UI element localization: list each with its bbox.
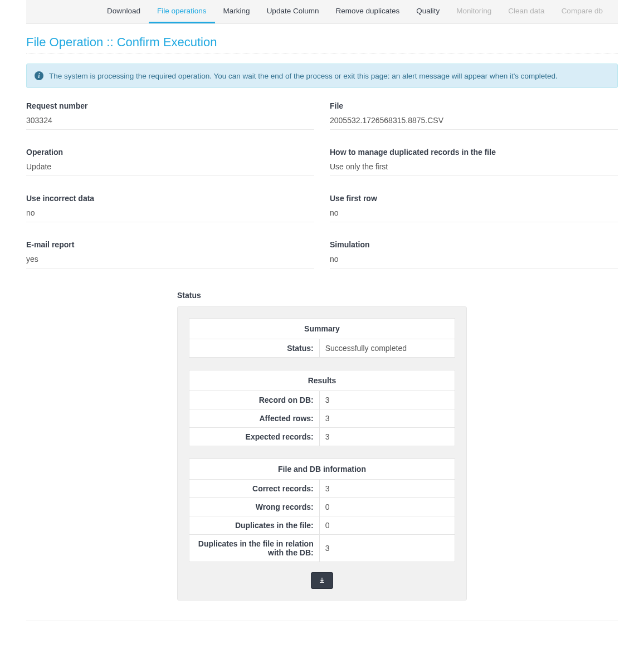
field-label: Simulation [330, 240, 618, 249]
tab-clean-data: Clean data [500, 0, 553, 23]
tab-monitoring: Monitoring [448, 0, 500, 23]
field-request-number: Request number 303324 [26, 101, 314, 130]
tab-marking[interactable]: Marking [215, 0, 258, 23]
tab-file-operations[interactable]: File operations [149, 0, 215, 23]
affected-rows-label: Affected rows: [189, 409, 320, 428]
status-panel: Summary Status: Successfully completed R… [177, 306, 467, 601]
field-use-incorrect-data: Use incorrect data no [26, 194, 314, 222]
summary-title: Summary [189, 319, 455, 339]
status-heading: Status [177, 291, 467, 300]
field-label: Use incorrect data [26, 194, 314, 203]
field-simulation: Simulation no [330, 240, 618, 269]
field-label: Use first row [330, 194, 618, 203]
field-value: no [330, 208, 618, 222]
field-value: Use only the first [330, 162, 618, 176]
field-label: E-mail report [26, 240, 314, 249]
wrong-records-label: Wrong records: [189, 498, 320, 516]
footer-separator [26, 621, 618, 621]
affected-rows-value: 3 [319, 409, 455, 428]
field-email-report: E-mail report yes [26, 240, 314, 269]
alert-message: The system is processing the required op… [49, 72, 558, 80]
correct-records-value: 3 [319, 480, 455, 498]
record-on-db-value: 3 [319, 391, 455, 409]
field-value: no [26, 208, 314, 222]
page-title: File Operation :: Confirm Execution [26, 35, 618, 53]
summary-status-value: Successfully completed [319, 339, 455, 358]
results-title: Results [189, 370, 455, 391]
field-label: File [330, 101, 618, 110]
tab-download[interactable]: Download [99, 0, 149, 23]
correct-records-label: Correct records: [189, 480, 320, 498]
duplicates-in-file-label: Duplicates in the file: [189, 516, 320, 535]
field-label: How to manage duplicated records in the … [330, 148, 618, 157]
field-value: 303324 [26, 116, 314, 130]
download-button[interactable] [311, 572, 333, 589]
alert-processing: i The system is processing the required … [26, 64, 618, 88]
field-value: Update [26, 162, 314, 176]
record-on-db-label: Record on DB: [189, 391, 320, 409]
duplicates-file-vs-db-value: 3 [319, 535, 455, 562]
tab-update-column[interactable]: Update Column [258, 0, 328, 23]
file-db-table: File and DB information Correct records:… [189, 458, 455, 562]
field-label: Request number [26, 101, 314, 110]
field-file: File 2005532.1726568315.8875.CSV [330, 101, 618, 130]
expected-records-label: Expected records: [189, 428, 320, 446]
download-icon [318, 577, 326, 584]
field-label: Operation [26, 148, 314, 157]
field-value: no [330, 255, 618, 269]
summary-table: Summary Status: Successfully completed [189, 318, 455, 358]
wrong-records-value: 0 [319, 498, 455, 516]
tab-compare-db: Compare db [553, 0, 611, 23]
expected-records-value: 3 [319, 428, 455, 446]
summary-status-label: Status: [189, 339, 320, 358]
field-operation: Operation Update [26, 148, 314, 176]
tab-remove-duplicates[interactable]: Remove duplicates [327, 0, 408, 23]
duplicates-in-file-value: 0 [319, 516, 455, 535]
field-value: yes [26, 255, 314, 269]
field-use-first-row: Use first row no [330, 194, 618, 222]
tab-quality[interactable]: Quality [408, 0, 448, 23]
info-icon: i [35, 71, 43, 80]
file-db-title: File and DB information [189, 459, 455, 480]
field-value: 2005532.1726568315.8875.CSV [330, 116, 618, 130]
field-manage-duplicated: How to manage duplicated records in the … [330, 148, 618, 176]
results-table: Results Record on DB: 3 Affected rows: 3… [189, 370, 455, 446]
tabbar: Download File operations Marking Update … [26, 0, 618, 24]
duplicates-file-vs-db-label: Duplicates in the file in relation with … [189, 535, 320, 562]
